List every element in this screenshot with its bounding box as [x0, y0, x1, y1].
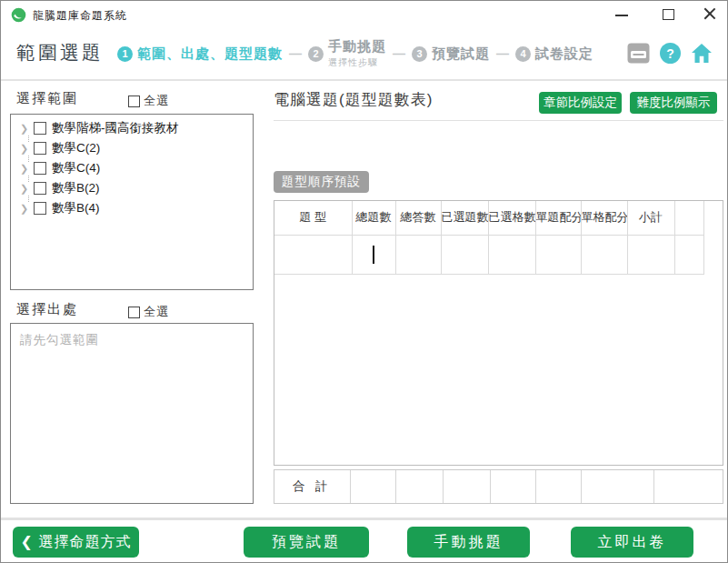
range-section-header: 選擇範圍 全選 [10, 90, 254, 110]
computer-selection-panel: 電腦選題(題型題數表) 章節比例設定 難度比例顯示 題型順序預設 題 型 總題數… [274, 83, 723, 510]
manual-pick-button[interactable]: 手動挑題 [407, 527, 530, 558]
total-cell [581, 470, 653, 503]
step-separator: — [289, 46, 302, 61]
tree-item-checkbox[interactable] [34, 162, 46, 175]
app-window: 龍騰題庫命題系統 範圍選題 1 範圍、出處、題型題數 — 2 手動挑題 選擇性步… [0, 0, 728, 563]
cell-selected-questions[interactable] [441, 235, 488, 274]
step-3-number: 3 [412, 46, 427, 62]
cell-points-per-question[interactable] [535, 235, 581, 274]
back-to-mode-button[interactable]: ❮ 選擇命題方式 [13, 527, 139, 558]
type-order-preset-button[interactable]: 題型順序預設 [274, 171, 369, 193]
total-row-table: 合 計 [274, 469, 723, 504]
expand-arrow-icon[interactable]: ❯ [20, 123, 32, 135]
tree-item-math-c4[interactable]: ❯ 數學C(4) [11, 158, 253, 178]
step-indicator: 1 範圍、出處、題型題數 — 2 手動挑題 選擇性步驟 — 3 預覽試題 — 4… [117, 31, 593, 76]
range-select-all-checkbox[interactable] [128, 96, 140, 107]
col-subtotal: 小計 [627, 201, 674, 235]
minimize-icon[interactable] [615, 15, 628, 16]
tree-item-checkbox[interactable] [34, 182, 46, 195]
expand-arrow-icon[interactable]: ❯ [20, 183, 32, 195]
step-2-sublabel: 選擇性步驟 [328, 56, 386, 69]
app-logo-icon [11, 7, 26, 23]
range-section-title: 選擇範圍 [16, 90, 78, 107]
tree-item-label[interactable]: 數學C(4) [52, 160, 100, 176]
tree-item-math-ladder[interactable]: ❯ 數學階梯-國高銜接教材 [11, 118, 253, 138]
range-select-all-label: 全選 [144, 93, 169, 109]
expand-arrow-icon[interactable]: ❯ [20, 143, 32, 155]
source-select-all[interactable]: 全選 [128, 304, 169, 320]
cell-selected-blanks[interactable] [488, 235, 535, 274]
home-icon[interactable] [691, 43, 713, 64]
help-icon[interactable]: ? [660, 43, 681, 64]
step-3-preview: 3 預覽試題 [412, 45, 490, 63]
cell-total-answers[interactable] [395, 235, 441, 274]
tree-item-label[interactable]: 數學B(4) [52, 200, 100, 216]
page-title: 範圍選題 [16, 40, 104, 65]
total-cell [395, 470, 443, 503]
question-type-table: 題 型 總題數 總答數 已選題數 已選格數 單題配分 單格配分 小計 [274, 200, 723, 466]
col-selected-questions: 已選題數 [441, 201, 488, 235]
source-select-all-label: 全選 [144, 304, 169, 320]
step-2-manual: 2 手動挑題 選擇性步驟 [308, 38, 386, 69]
tree-item-math-b2[interactable]: ❯ 數學B(2) [11, 178, 253, 198]
maximize-icon[interactable] [663, 9, 674, 20]
total-cell [653, 470, 723, 503]
tree-item-checkbox[interactable] [34, 202, 46, 215]
cell-points-per-blank[interactable] [581, 235, 627, 274]
total-label: 合 計 [274, 470, 350, 503]
range-select-all[interactable]: 全選 [128, 93, 169, 109]
source-placeholder-text: 請先勾選範圍 [20, 332, 99, 348]
back-arrow-icon: ❮ [21, 534, 34, 549]
col-empty [674, 201, 703, 235]
tree-item-label[interactable]: 數學C(2) [52, 140, 100, 156]
step-2-number: 2 [308, 46, 324, 62]
header-toolbar: ? [627, 43, 713, 64]
tree-item-checkbox[interactable] [34, 142, 46, 155]
step-1-label: 範圍、出處、題型題數 [137, 45, 283, 63]
total-cell [443, 470, 490, 503]
cell-question-type[interactable] [274, 235, 352, 274]
chapter-ratio-button[interactable]: 章節比例設定 [539, 92, 622, 114]
footer-divider [1, 518, 727, 520]
total-row: 合 計 [274, 470, 723, 503]
total-cell [490, 470, 535, 503]
tree-item-label[interactable]: 數學階梯-國高銜接教材 [52, 120, 179, 136]
source-section-header: 選擇出處 全選 [10, 301, 254, 321]
source-list: 請先勾選範圍 [10, 323, 254, 504]
tree-item-checkbox[interactable] [34, 122, 46, 135]
total-cell [535, 470, 581, 503]
close-icon[interactable] [701, 5, 719, 23]
total-cell [350, 470, 395, 503]
step-1-range: 1 範圍、出處、題型題數 [117, 45, 283, 63]
expand-arrow-icon[interactable]: ❯ [20, 163, 32, 175]
tree-item-math-c2[interactable]: ❯ 數學C(2) [11, 138, 253, 158]
source-section-title: 選擇出處 [16, 301, 78, 318]
step-2-label: 手動挑題 [328, 38, 386, 55]
col-selected-blanks: 已選格數 [488, 201, 535, 235]
col-total-questions: 總題數 [352, 201, 395, 235]
table-header-row: 題 型 總題數 總答數 已選題數 已選格數 單題配分 單格配分 小計 [274, 201, 703, 235]
step-4-number: 4 [515, 46, 531, 62]
cell-subtotal[interactable] [627, 235, 674, 274]
col-points-per-question: 單題配分 [535, 201, 581, 235]
step-4-label: 試卷設定 [535, 45, 593, 63]
difficulty-ratio-button[interactable]: 難度比例顯示 [630, 92, 717, 114]
step-1-number: 1 [117, 46, 133, 62]
step-4-settings: 4 試卷設定 [515, 45, 593, 63]
preview-questions-button[interactable]: 預覽試題 [244, 527, 369, 558]
header-divider [1, 79, 727, 81]
tree-item-math-b4[interactable]: ❯ 數學B(4) [11, 198, 253, 218]
cell-total-questions[interactable] [352, 235, 395, 274]
step-3-label: 預覽試題 [432, 45, 490, 63]
save-icon[interactable] [627, 43, 650, 64]
source-select-all-checkbox[interactable] [128, 307, 140, 318]
generate-exam-button[interactable]: 立即出卷 [571, 527, 693, 558]
cell-empty [674, 235, 703, 274]
range-tree: ❯ 數學階梯-國高銜接教材 ❯ 數學C(2) ❯ 數學C(4) ❯ 數學B(2)… [10, 114, 254, 290]
col-points-per-blank: 單格配分 [581, 201, 627, 235]
tree-item-label[interactable]: 數學B(2) [52, 180, 100, 196]
window-title: 龍騰題庫命題系統 [33, 8, 127, 24]
title-bar: 龍騰題庫命題系統 [1, 1, 727, 28]
expand-arrow-icon[interactable]: ❯ [20, 203, 32, 215]
panel-divider [274, 120, 723, 121]
